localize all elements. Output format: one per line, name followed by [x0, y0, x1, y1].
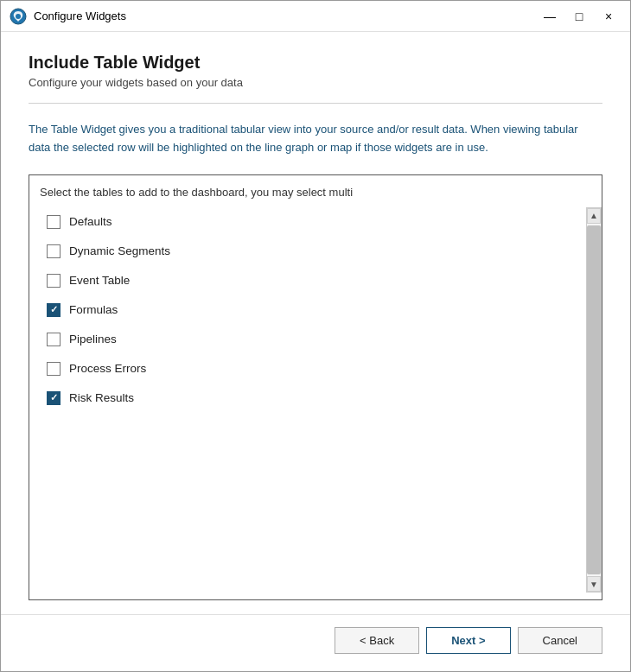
list-item: Defaults [40, 207, 579, 237]
maximize-button[interactable]: □ [566, 6, 592, 27]
svg-point-1 [16, 14, 21, 19]
app-icon [10, 8, 27, 25]
window-controls: — □ × [537, 6, 621, 27]
select-instruction: Select the tables to add to the dashboar… [40, 186, 602, 199]
checkbox-label-process_errors: Process Errors [69, 362, 146, 375]
page-subtitle: Configure your widgets based on your dat… [29, 76, 602, 89]
checkbox-label-pipelines: Pipelines [69, 333, 117, 346]
cancel-button[interactable]: Cancel [518, 627, 602, 654]
next-button[interactable]: Next > [426, 627, 510, 654]
scrollbar: ▲ ▼ [586, 207, 602, 593]
list-item: Dynamic Segments [40, 237, 579, 266]
description-text: The Table Widget gives you a traditional… [29, 121, 602, 157]
checkbox-label-event_table: Event Table [69, 274, 130, 287]
window-title: Configure Widgets [34, 10, 537, 22]
checkbox-label-defaults: Defaults [69, 215, 112, 228]
list-item: Pipelines [40, 325, 579, 354]
page-title: Include Table Widget [29, 53, 602, 73]
checkbox-formulas[interactable] [47, 303, 61, 317]
checkbox-pipelines[interactable] [47, 333, 61, 346]
checkbox-label-formulas: Formulas [69, 303, 118, 316]
list-item: Event Table [40, 266, 579, 295]
scroll-thumb [587, 225, 601, 574]
divider [29, 103, 602, 104]
title-bar: Configure Widgets — □ × [1, 1, 630, 32]
checkbox-defaults[interactable] [47, 215, 61, 229]
checkbox-risk_results[interactable] [47, 391, 61, 405]
checkbox-label-risk_results: Risk Results [69, 391, 134, 404]
checkbox-event_table[interactable] [47, 274, 61, 288]
checkbox-label-dynamic_segments: Dynamic Segments [69, 244, 170, 257]
table-select-box: Select the tables to add to the dashboar… [29, 174, 602, 600]
list-scroll-area: DefaultsDynamic SegmentsEvent TableFormu… [40, 207, 602, 593]
scroll-down-button[interactable]: ▼ [587, 576, 601, 592]
main-window: Configure Widgets — □ × Include Table Wi… [0, 0, 631, 672]
list-item: Formulas [40, 295, 579, 325]
close-button[interactable]: × [596, 6, 621, 27]
list-item: Process Errors [40, 354, 579, 384]
back-button[interactable]: < Back [335, 627, 419, 654]
main-content: Include Table Widget Configure your widg… [1, 32, 630, 614]
checkbox-list: DefaultsDynamic SegmentsEvent TableFormu… [40, 207, 586, 593]
footer: < Back Next > Cancel [1, 614, 630, 671]
list-item: Risk Results [40, 384, 579, 413]
checkbox-dynamic_segments[interactable] [47, 244, 61, 258]
minimize-button[interactable]: — [537, 6, 563, 27]
checkbox-process_errors[interactable] [47, 362, 61, 376]
scroll-up-button[interactable]: ▲ [587, 208, 601, 224]
